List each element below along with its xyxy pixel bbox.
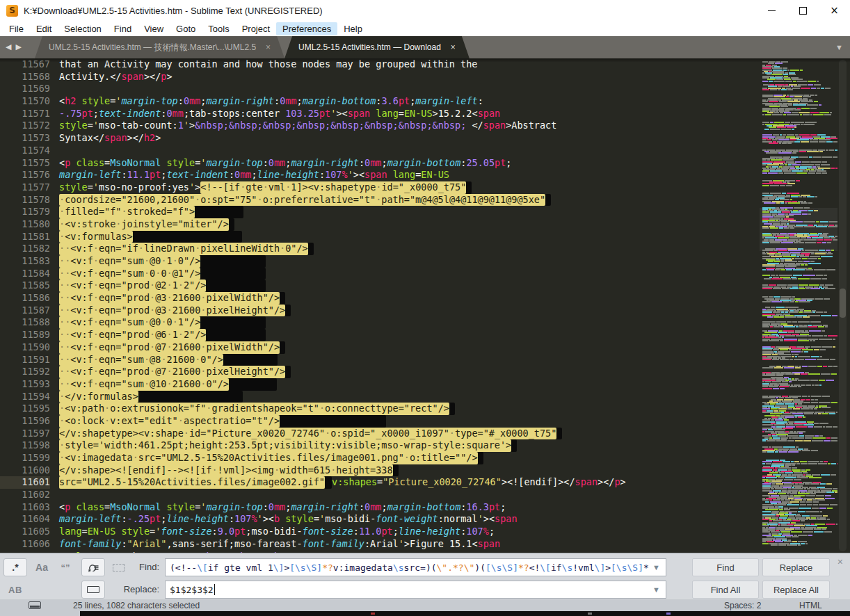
find-button[interactable]: Find — [692, 558, 759, 576]
find-all-button[interactable]: Find All — [692, 581, 759, 599]
replace-input[interactable]: $1$2$3$2 — [165, 581, 666, 599]
selection-tail — [280, 415, 386, 428]
menu-item-edit[interactable]: Edit — [30, 22, 58, 35]
selected-text: </v:shapetype><v:shape·id="Picture_x0020… — [59, 428, 556, 440]
menu-item-file[interactable]: File — [3, 22, 30, 35]
code-line-11574: 11574 — [0, 145, 758, 157]
wrap-toggle[interactable] — [81, 558, 105, 576]
scrollbar-thumb[interactable] — [840, 289, 846, 318]
selection-tail — [280, 292, 285, 305]
selected-text: ·filled="f"·stroked="f"> — [59, 206, 195, 218]
code-line-11588: 11588··<v:f·eqn="sum·@0·0·1"/> — [0, 316, 758, 329]
selection-tail — [308, 243, 314, 255]
menu-item-find[interactable]: Find — [108, 22, 138, 35]
code-line-11604: 11604margin-left:-.25pt;line-height:107%… — [0, 513, 758, 526]
close-button[interactable]: × — [819, 0, 850, 21]
code-line-11573: 11573Syntax</span></h2> — [0, 132, 758, 145]
code-line-11590: 11590··<v:f·eqn="prod·@7·21600·pixelWidt… — [0, 341, 758, 354]
replace-all-button[interactable]: Replace All — [762, 581, 830, 599]
selection-tail — [511, 439, 517, 452]
line-number: 11589 — [0, 329, 50, 341]
code-line-11598: 11598·style='width:461.25pt;height:253.5… — [0, 439, 758, 452]
highlight-matches-toggle[interactable] — [81, 581, 105, 599]
vertical-scrollbar[interactable] — [839, 60, 847, 551]
code-line-11581: 11581·<v:formulas> — [0, 231, 758, 243]
replace-value: $1$2$3$2 — [170, 585, 214, 595]
menu-item-goto[interactable]: Goto — [170, 22, 202, 35]
menu-item-selection[interactable]: Selection — [58, 22, 107, 35]
code-line-11577: 11577style='mso-no-proof:yes'><!--[if·gt… — [0, 181, 758, 194]
window-bottom-edge — [0, 611, 850, 616]
menu-item-project[interactable]: Project — [236, 22, 276, 35]
code-line-11586: 11586··<v:f·eqn="prod·@3·21600·pixelWidt… — [0, 292, 758, 305]
maximize-button[interactable] — [787, 0, 819, 21]
code-line-11585: 11585··<v:f·eqn="prod·@2·1·2"/> — [0, 279, 758, 292]
indentation-status[interactable]: Spaces: 2 — [724, 601, 761, 610]
case-sensitive-toggle[interactable]: Aa — [30, 558, 54, 576]
line-number: 11573 — [0, 132, 50, 145]
code-line-11595: 11595·<v:path·o:extrusionok="f"·gradient… — [0, 403, 758, 415]
selection-tail — [285, 305, 291, 317]
preserve-case-toggle[interactable]: AB — [3, 581, 27, 599]
selected-text: ··<v:f·eqn="prod·@7·21600·pixelWidth"/> — [59, 341, 280, 354]
code-area[interactable]: 11567that an Activity may contain and ho… — [0, 58, 758, 553]
code-line-11567: 11567that an Activity may contain and ho… — [0, 58, 758, 71]
tab-1[interactable]: UML2.5-15 Activities.htm — 技術情報.Master\.… — [35, 36, 284, 58]
tab-nav-right-icon[interactable]: ▶ — [15, 42, 21, 51]
selection-tail — [393, 464, 399, 477]
code-line-11606: 11606font-family:"Arial",sans-serif;mso-… — [0, 538, 758, 551]
tab-close-icon[interactable]: × — [451, 42, 456, 52]
minimize-button[interactable] — [756, 0, 787, 21]
panel-toggle-icon[interactable] — [29, 601, 41, 609]
line-number: 11572 — [0, 120, 50, 132]
menu-item-preferences[interactable]: Preferences — [276, 22, 337, 35]
window-title: K:¥Download¥UML2.5-15 Activities.htm - S… — [24, 6, 323, 16]
syntax-status[interactable]: HTML — [799, 601, 822, 610]
tab-bar: ◀ ▶ UML2.5-15 Activities.htm — 技術情報.Mast… — [0, 36, 850, 58]
sublime-text-window: S K:¥Download¥UML2.5-15 Activities.htm -… — [0, 0, 850, 616]
selection-tail — [206, 329, 266, 341]
selection-tail — [138, 391, 243, 403]
line-number: 11598 — [0, 439, 50, 452]
code-line-11605: 11605lang=EN-US style='font-size:9.0pt;m… — [0, 526, 758, 538]
selection-tail — [200, 316, 266, 329]
tab-overflow-icon[interactable]: ▼ — [835, 43, 843, 51]
line-number: 11571 — [0, 108, 50, 120]
line-number: 11581 — [0, 231, 50, 243]
highlight-matches-icon — [87, 586, 99, 593]
selected-text: ·<v:stroke·joinstyle="miter"/> — [59, 218, 229, 231]
line-number: 11574 — [0, 145, 50, 157]
selection-tail — [195, 206, 243, 218]
code-line-11578: 11578·coordsize="21600,21600"·o:spt="75"… — [0, 194, 758, 206]
selection-tail — [285, 366, 291, 378]
line-number: 11595 — [0, 403, 50, 415]
tab-2[interactable]: UML2.5-15 Activities.htm — Download× — [284, 36, 470, 58]
line-number: 11590 — [0, 341, 50, 354]
replace-button[interactable]: Replace — [762, 558, 830, 576]
line-number: 11580 — [0, 218, 50, 231]
tab-nav-left-icon[interactable]: ◀ — [6, 42, 11, 51]
find-history-dropdown-icon[interactable]: ▼ — [652, 563, 660, 572]
line-number: 11596 — [0, 415, 50, 428]
line-number: 11585 — [0, 279, 50, 292]
menu-item-help[interactable]: Help — [337, 22, 369, 35]
whole-word-toggle[interactable]: “” — [54, 558, 77, 576]
line-number: 11567 — [0, 58, 50, 71]
editor[interactable]: 11567that an Activity may contain and ho… — [0, 58, 850, 553]
code-line-11599: 11599·<v:imagedata·src="UML2.5-15%20Acti… — [0, 452, 758, 464]
minimap[interactable] — [760, 58, 837, 553]
selection-tail — [229, 378, 277, 391]
code-line-11571: 11571-.75pt;text-indent:0mm;tab-stops:ce… — [0, 108, 758, 120]
regex-toggle[interactable]: .* — [3, 558, 27, 576]
panel-close-icon[interactable]: × — [837, 556, 843, 567]
title-bar: S K:¥Download¥UML2.5-15 Activities.htm -… — [0, 0, 850, 21]
find-input[interactable]: (<!--\[if gte vml 1\]>[\s\S]*?v:imagedat… — [165, 558, 666, 576]
line-number: 11600 — [0, 464, 50, 477]
tab-close-icon[interactable]: × — [266, 42, 271, 52]
selected-text: ·</v:formulas> — [59, 391, 138, 403]
selection-tail — [223, 354, 278, 366]
tab-nav: ◀ ▶ — [6, 42, 22, 51]
menu-item-tools[interactable]: Tools — [202, 22, 235, 35]
menu-item-view[interactable]: View — [138, 22, 170, 35]
replace-history-dropdown-icon[interactable]: ▼ — [652, 585, 660, 594]
